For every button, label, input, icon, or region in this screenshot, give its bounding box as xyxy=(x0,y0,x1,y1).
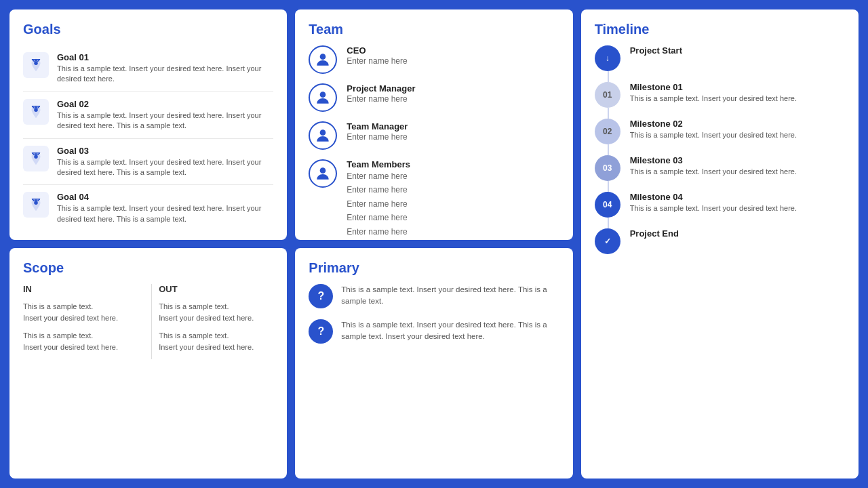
team-role-1: CEO xyxy=(347,45,407,56)
timeline-title-m4: Milestone 04 xyxy=(630,192,797,202)
svg-point-6 xyxy=(320,129,326,136)
team-item-3: Team Manager Enter name here xyxy=(309,121,559,150)
goal-item-1: Goal 01 This is a sample text. Insert yo… xyxy=(23,45,273,92)
goal-title-2: Goal 02 xyxy=(57,99,273,109)
timeline-title: Timeline xyxy=(595,22,845,37)
timeline-node-m4: 04 xyxy=(595,192,620,218)
timeline-title-m3: Milestone 03 xyxy=(630,155,797,165)
team-item-2: Project Manager Enter name here xyxy=(309,83,559,112)
team-names-4: Enter name hereEnter name hereEnter name… xyxy=(347,169,410,239)
svg-point-4 xyxy=(320,54,326,60)
team-name-2: Enter name here xyxy=(347,94,415,104)
team-name-3: Enter name here xyxy=(347,132,408,142)
primary-desc-2: This is a sample text. Insert your desir… xyxy=(341,319,559,343)
timeline-desc-m3: This is a sample text. Insert your desir… xyxy=(630,167,797,177)
timeline-text-m1: Milestone 01 This is a sample text. Inse… xyxy=(630,82,797,104)
goal-text-2: Goal 02 This is a sample text. Insert yo… xyxy=(57,99,273,131)
goals-list: Goal 01 This is a sample text. Insert yo… xyxy=(23,45,273,231)
timeline-text-m2: Milestone 02 This is a sample text. Inse… xyxy=(630,119,797,140)
goal-desc-1: This is a sample text. Insert your desir… xyxy=(57,64,273,85)
svg-point-7 xyxy=(320,167,326,174)
team-name-1: Enter name here xyxy=(347,56,407,66)
svg-point-5 xyxy=(320,92,326,98)
goal-title-4: Goal 04 xyxy=(57,192,273,202)
team-item-1: CEO Enter name here xyxy=(309,45,559,74)
timeline-text-end: Project End xyxy=(630,228,679,240)
team-list: CEO Enter name here Project Manager Ente… xyxy=(309,45,559,239)
scope-title: Scope xyxy=(23,260,273,276)
timeline-desc-m4: This is a sample text. Insert your desir… xyxy=(630,203,797,214)
goal-item-4: Goal 04 This is a sample text. Insert yo… xyxy=(23,185,273,231)
team-role-2: Project Manager xyxy=(347,83,415,94)
team-info-2: Project Manager Enter name here xyxy=(347,83,415,104)
timeline-item-m2: 02 Milestone 02 This is a sample text. I… xyxy=(595,119,845,144)
primary-title: Primary xyxy=(309,260,559,276)
timeline-title-start: Project Start xyxy=(630,45,682,56)
scope-in-item-2: This is a sample text.Insert your desire… xyxy=(23,330,138,352)
timeline-item-m3: 03 Milestone 03 This is a sample text. I… xyxy=(595,155,845,181)
goal-icon-4 xyxy=(23,192,49,218)
goal-desc-3: This is a sample text. Insert your desir… xyxy=(57,157,273,178)
timeline-node-m2: 02 xyxy=(595,119,620,144)
goal-item-2: Goal 02 This is a sample text. Insert yo… xyxy=(23,92,273,139)
primary-list: ? This is a sample text. Insert your des… xyxy=(309,284,559,344)
timeline-item-end: ✓ Project End xyxy=(595,228,845,254)
scope-out-column: OUT This is a sample text.Insert your de… xyxy=(159,284,273,359)
goal-icon-1 xyxy=(23,52,49,78)
goal-text-1: Goal 01 This is a sample text. Insert yo… xyxy=(57,52,273,85)
goal-desc-4: This is a sample text. Insert your desir… xyxy=(57,203,273,224)
goal-icon-3 xyxy=(23,146,49,171)
team-avatar-3 xyxy=(309,121,337,150)
timeline-title-end: Project End xyxy=(630,228,679,239)
team-avatar-1 xyxy=(309,45,337,74)
timeline-list: ↓ Project Start 01 Milestone 01 This is … xyxy=(595,45,845,265)
timeline-item-m1: 01 Milestone 01 This is a sample text. I… xyxy=(595,82,845,108)
goal-text-4: Goal 04 This is a sample text. Insert yo… xyxy=(57,192,273,224)
primary-icon-1: ? xyxy=(309,284,333,308)
timeline-node-start: ↓ xyxy=(595,45,620,71)
scope-columns: IN This is a sample text.Insert your des… xyxy=(23,284,273,359)
timeline-item-m4: 04 Milestone 04 This is a sample text. I… xyxy=(595,192,845,218)
goal-desc-2: This is a sample text. Insert your desir… xyxy=(57,110,273,131)
team-info-3: Team Manager Enter name here xyxy=(347,121,408,142)
team-avatar-4 xyxy=(309,159,337,188)
goal-icon-2 xyxy=(23,99,49,125)
scope-out-item-2: This is a sample text.Insert your desire… xyxy=(159,330,273,352)
scope-card: Scope IN This is a sample text.Insert yo… xyxy=(9,248,287,479)
timeline-title-m1: Milestone 01 xyxy=(630,82,797,92)
timeline-node-end: ✓ xyxy=(595,228,620,254)
goal-title-1: Goal 01 xyxy=(57,52,273,62)
timeline-node-m3: 03 xyxy=(595,155,620,181)
scope-in-header: IN xyxy=(23,284,138,294)
timeline-node-m1: 01 xyxy=(595,82,620,108)
primary-item-2: ? This is a sample text. Insert your des… xyxy=(309,319,559,344)
team-title: Team xyxy=(309,22,559,37)
scope-divider xyxy=(151,284,152,359)
team-role-3: Team Manager xyxy=(347,121,408,131)
team-info-4: Team Members Enter name hereEnter name h… xyxy=(347,159,410,239)
primary-item-1: ? This is a sample text. Insert your des… xyxy=(309,284,559,308)
timeline-card: Timeline ↓ Project Start 01 Milestone 01… xyxy=(581,9,859,479)
team-card: Team CEO Enter name here Project Manager… xyxy=(295,9,572,240)
timeline-desc-m2: This is a sample text. Insert your desir… xyxy=(630,130,797,140)
primary-desc-1: This is a sample text. Insert your desir… xyxy=(341,284,559,308)
scope-in-item-1: This is a sample text.Insert your desire… xyxy=(23,301,138,323)
timeline-item-start: ↓ Project Start xyxy=(595,45,845,71)
team-info-1: CEO Enter name here xyxy=(347,45,407,66)
team-role-4: Team Members xyxy=(347,159,410,169)
team-item-4: Team Members Enter name hereEnter name h… xyxy=(309,159,559,239)
primary-icon-2: ? xyxy=(309,319,333,344)
scope-out-item-1: This is a sample text.Insert your desire… xyxy=(159,301,273,323)
scope-out-header: OUT xyxy=(159,284,273,294)
goal-item-3: Goal 03 This is a sample text. Insert yo… xyxy=(23,139,273,186)
primary-card: Primary ? This is a sample text. Insert … xyxy=(295,248,572,479)
timeline-text-start: Project Start xyxy=(630,45,682,57)
goal-text-3: Goal 03 This is a sample text. Insert yo… xyxy=(57,146,273,178)
timeline-title-m2: Milestone 02 xyxy=(630,119,797,129)
goals-title: Goals xyxy=(23,22,273,37)
goal-title-3: Goal 03 xyxy=(57,146,273,156)
timeline-text-m4: Milestone 04 This is a sample text. Inse… xyxy=(630,192,797,214)
team-avatar-2 xyxy=(309,83,337,112)
scope-in-column: IN This is a sample text.Insert your des… xyxy=(23,284,144,359)
goals-card: Goals Goal 01 This is a sample text. Ins… xyxy=(9,9,287,240)
